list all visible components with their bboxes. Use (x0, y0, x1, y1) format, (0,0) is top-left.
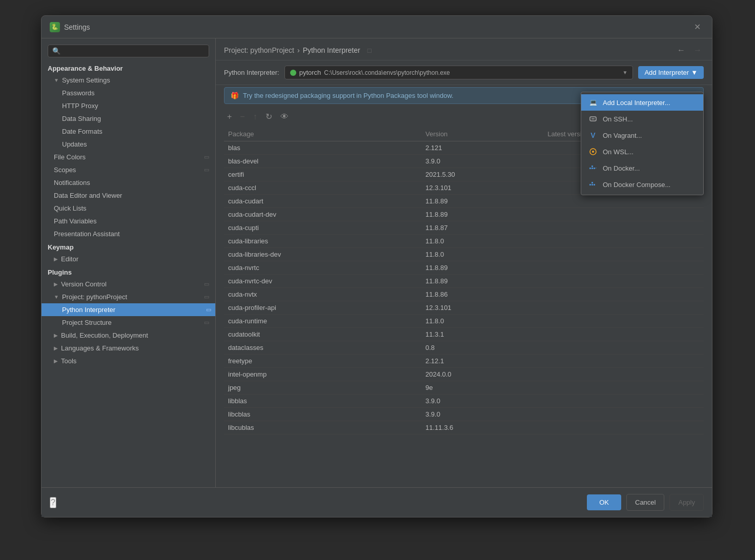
ok-button[interactable]: OK (587, 494, 621, 510)
table-row[interactable]: libcublas 11.11.3.6 (224, 421, 704, 434)
table-row[interactable]: cuda-cudart 11.8.89 (224, 195, 704, 208)
table-row[interactable]: cuda-cupti 11.8.87 (224, 221, 704, 235)
package-name: dataclasses (224, 341, 421, 355)
table-row[interactable]: cuda-libraries-dev 11.8.0 (224, 248, 704, 261)
app-icon: 🐍 (50, 22, 60, 32)
sidebar: 🔍 Appearance & Behavior ▼ System Setting… (42, 38, 216, 487)
table-row[interactable]: freetype 2.12.1 (224, 355, 704, 368)
close-button[interactable]: ✕ (691, 21, 704, 33)
sidebar-item-languages-frameworks[interactable]: ▶ Languages & Frameworks (42, 342, 215, 355)
sidebar-item-editor[interactable]: ▶ Editor (42, 253, 215, 265)
add-interpreter-button[interactable]: Add Interpreter ▼ (638, 66, 704, 79)
sidebar-item-system-settings[interactable]: ▼ System Settings (42, 74, 215, 87)
package-version: 3.9.0 (421, 408, 543, 421)
package-version: 12.3.101 (421, 181, 543, 195)
table-row[interactable]: cuda-nvrtc-dev 11.8.89 (224, 275, 704, 288)
package-latest (543, 288, 704, 301)
interpreter-select-dropdown[interactable]: pytorch C:\Users\rock\.conda\envs\pytorc… (284, 66, 634, 79)
sidebar-item-keymap[interactable]: Keymap (42, 240, 215, 253)
dropdown-item-add-local[interactable]: 💻 Add Local Interpreter... (581, 94, 703, 111)
sidebar-items: Appearance & Behavior ▼ System Settings … (42, 61, 215, 483)
dropdown-item-on-docker[interactable]: On Docker... (581, 160, 703, 176)
sidebar-item-build-execution[interactable]: ▶ Build, Execution, Deployment (42, 329, 215, 342)
package-version: 2.12.1 (421, 355, 543, 368)
sidebar-item-http-proxy[interactable]: HTTP Proxy (42, 99, 215, 112)
table-row[interactable]: jpeg 9e (224, 381, 704, 395)
table-row[interactable]: cuda-nvtx 11.8.86 (224, 288, 704, 301)
dropdown-item-label: On WSL... (603, 148, 634, 156)
table-row[interactable]: dataclasses 0.8 (224, 341, 704, 355)
sidebar-item-tools[interactable]: ▶ Tools (42, 355, 215, 367)
collapse-icon: ▭ (204, 294, 209, 300)
sidebar-item-notifications[interactable]: Notifications (42, 176, 215, 189)
sidebar-item-file-colors[interactable]: File Colors ▭ (42, 151, 215, 163)
sidebar-item-date-formats[interactable]: Date Formats (42, 125, 215, 138)
table-row[interactable]: cuda-libraries 11.8.0 (224, 235, 704, 248)
table-row[interactable]: cudatoolkit 11.3.1 (224, 328, 704, 341)
add-package-button[interactable]: + (224, 111, 235, 123)
dropdown-item-label: On SSH... (603, 115, 633, 123)
sidebar-item-path-variables[interactable]: Path Variables (42, 215, 215, 227)
sidebar-label: Project Structure (62, 319, 112, 326)
upload-package-button[interactable]: ↑ (250, 111, 260, 123)
search-box[interactable]: 🔍 (48, 45, 209, 57)
table-row[interactable]: cuda-profiler-api 12.3.101 (224, 301, 704, 315)
back-button[interactable]: ← (675, 45, 687, 56)
table-row[interactable]: cuda-cudart-dev 11.8.89 (224, 208, 704, 221)
package-latest (543, 275, 704, 288)
package-version: 11.8.86 (421, 288, 543, 301)
dialog-title: Settings (64, 23, 90, 31)
cancel-button[interactable]: Cancel (626, 494, 664, 511)
sidebar-item-version-control[interactable]: ▶ Version Control ▭ (42, 278, 215, 291)
breadcrumb-current: Python Interpreter (303, 46, 360, 54)
sidebar-item-scopes[interactable]: Scopes ▭ (42, 163, 215, 176)
sidebar-item-data-editor[interactable]: Data Editor and Viewer (42, 189, 215, 202)
dropdown-item-on-wsl[interactable]: On WSL... (581, 143, 703, 160)
sidebar-label: File Colors (54, 153, 86, 161)
search-input[interactable] (64, 47, 205, 55)
chevron-right-icon: ▶ (54, 358, 58, 364)
package-latest (543, 395, 704, 408)
sidebar-item-python-interpreter[interactable]: Python Interpreter ▭ (42, 303, 215, 316)
sidebar-label: Data Editor and Viewer (54, 192, 122, 199)
dropdown-item-label: On Docker... (603, 164, 640, 172)
sidebar-item-data-sharing[interactable]: Data Sharing (42, 112, 215, 125)
svg-rect-11 (591, 182, 593, 183)
package-latest (543, 221, 704, 235)
package-version: 11.8.89 (421, 208, 543, 221)
table-row[interactable]: libcblas 3.9.0 (224, 408, 704, 421)
sidebar-item-project-structure[interactable]: Project Structure ▭ (42, 316, 215, 329)
package-version: 3.9.0 (421, 395, 543, 408)
interpreter-label: Python Interpreter: (224, 69, 279, 76)
sidebar-label: Plugins (48, 268, 72, 276)
svg-rect-5 (591, 168, 593, 169)
svg-point-3 (592, 151, 594, 153)
svg-rect-4 (589, 168, 591, 169)
package-latest (543, 328, 704, 341)
docker-compose-icon (588, 180, 598, 189)
package-version: 11.8.0 (421, 248, 543, 261)
table-row[interactable]: cuda-nvrtc 11.8.89 (224, 261, 704, 275)
sidebar-item-plugins[interactable]: Plugins (42, 265, 215, 278)
dropdown-item-on-ssh[interactable]: On SSH... (581, 111, 703, 127)
sidebar-item-presentation-assistant[interactable]: Presentation Assistant (42, 227, 215, 240)
apply-button[interactable]: Apply (669, 494, 704, 511)
table-row[interactable]: intel-openmp 2024.0.0 (224, 368, 704, 381)
show-installed-button[interactable]: 👁 (277, 111, 292, 123)
forward-button[interactable]: → (691, 45, 704, 56)
sidebar-item-appearance-behavior[interactable]: Appearance & Behavior (42, 61, 215, 74)
remove-package-button[interactable]: − (237, 111, 248, 123)
sidebar-label: Data Sharing (62, 115, 101, 122)
dropdown-item-on-vagrant[interactable]: V On Vagrant... (581, 127, 703, 143)
package-version: 11.3.1 (421, 328, 543, 341)
sidebar-item-project-python[interactable]: ▼ Project: pythonProject ▭ (42, 291, 215, 303)
help-button[interactable]: ? (50, 497, 56, 508)
sidebar-item-updates[interactable]: Updates (42, 138, 215, 151)
sidebar-item-passwords[interactable]: Passwords (42, 87, 215, 99)
table-row[interactable]: cuda-runtime 11.8.0 (224, 315, 704, 328)
sidebar-label: Build, Execution, Deployment (61, 331, 148, 339)
table-row[interactable]: libblas 3.9.0 (224, 395, 704, 408)
dropdown-item-on-docker-compose[interactable]: On Docker Compose... (581, 176, 703, 193)
reload-button[interactable]: ↻ (262, 110, 275, 123)
sidebar-item-quick-lists[interactable]: Quick Lists (42, 202, 215, 215)
